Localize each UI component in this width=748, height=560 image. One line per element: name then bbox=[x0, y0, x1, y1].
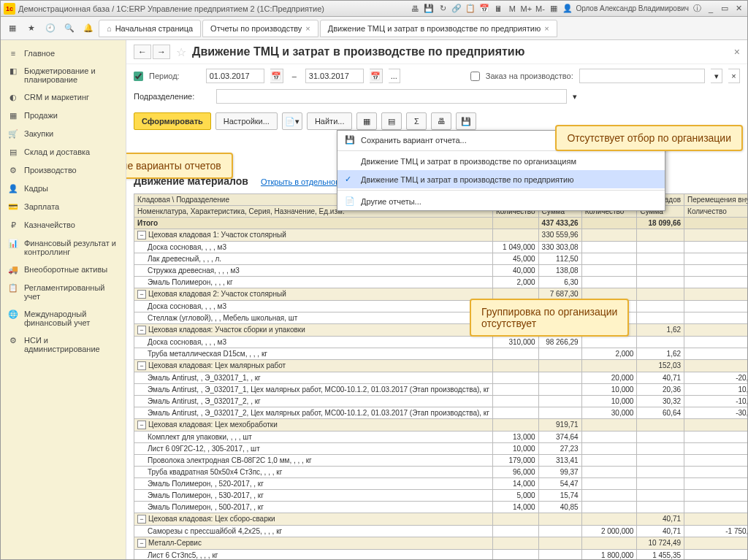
table-row[interactable]: Комплект для упаковки, , , , шт13,000374… bbox=[134, 431, 748, 442]
close-icon[interactable]: × bbox=[544, 24, 549, 33]
search-icon[interactable]: 🔍 bbox=[61, 20, 78, 37]
tree-toggle[interactable]: − bbox=[137, 421, 146, 429]
calendar-to-button[interactable]: 📅 bbox=[370, 69, 383, 83]
calc-icon[interactable]: 🖩 bbox=[492, 3, 504, 15]
sidebar-item-11[interactable]: 🚚Внеоборотные активы bbox=[1, 261, 126, 279]
grid-icon[interactable]: ▦ bbox=[548, 3, 560, 15]
sidebar-item-3[interactable]: ▦Продажи bbox=[1, 107, 126, 125]
subdivision-dropdown-button[interactable]: ▾ bbox=[573, 92, 577, 101]
tree-toggle[interactable]: − bbox=[137, 515, 146, 523]
table-row[interactable]: Эмаль Полимерон, , , , кг2,0006,30 bbox=[134, 276, 748, 288]
sidebar-item-9[interactable]: ₽Казначейство bbox=[1, 216, 126, 234]
table-row[interactable]: −Цеховая кладовая 1: Участок столярный33… bbox=[134, 229, 748, 241]
print-toolbar-icon[interactable]: 🖶 bbox=[431, 112, 451, 130]
toolbar-icon-1[interactable]: ▦ bbox=[356, 112, 377, 130]
apps-grid-icon[interactable]: ▦ bbox=[4, 20, 21, 37]
tree-toggle[interactable]: − bbox=[137, 290, 146, 299]
tab-home[interactable]: Начальная страница bbox=[99, 20, 201, 37]
info-icon[interactable]: ⓘ bbox=[691, 3, 703, 15]
table-row[interactable]: Лист 6 Ст3пс5, , , , кг1 800,0001 455,35 bbox=[134, 549, 748, 559]
period-checkbox[interactable] bbox=[134, 72, 143, 81]
tab-reports[interactable]: Отчеты по производству× bbox=[202, 20, 318, 37]
table-row[interactable]: −Металл-Сервис10 724,49 bbox=[134, 537, 748, 549]
sidebar-item-8[interactable]: 💳Зарплата bbox=[1, 198, 126, 216]
settings-button[interactable]: Настройки... bbox=[215, 112, 278, 130]
other-reports-item[interactable]: 📄Другие отчеты... bbox=[337, 192, 665, 210]
nav-back-button[interactable]: ← bbox=[134, 45, 151, 59]
table-row[interactable]: Эмаль Antirust, , Э_032017_1, , кг20,000… bbox=[134, 372, 748, 383]
sidebar-item-12[interactable]: 📋Регламентированный учет bbox=[1, 279, 126, 305]
subdivision-input[interactable] bbox=[216, 89, 567, 104]
table-row[interactable]: Лак древесный, , , , л.45,000112,50 bbox=[134, 253, 748, 264]
table-row[interactable]: Лист 6 09Г2С-12, , 305-2017, , шт10,0002… bbox=[134, 442, 748, 454]
close-icon[interactable]: × bbox=[305, 24, 310, 33]
maximize-icon[interactable]: ▭ bbox=[719, 3, 730, 15]
table-row[interactable]: Эмаль Полимерон, , 500-2017, , кг14,0004… bbox=[134, 501, 748, 513]
table-row[interactable]: Доска сосновая, , , , м31 049,000330 303… bbox=[134, 241, 748, 253]
table-row[interactable]: Эмаль Antirust, , Э_032017_2, Цех малярн… bbox=[134, 407, 748, 418]
nav-forward-button[interactable]: → bbox=[153, 45, 170, 59]
sidebar-item-10[interactable]: 📊Финансовый результат и контроллинг bbox=[1, 234, 126, 261]
table-row[interactable]: Доска сосновая, , , , м3310,00098 266,29 bbox=[134, 336, 748, 348]
table-row[interactable]: Эмаль Antirust, , Э_032017_1, Цех малярн… bbox=[134, 383, 748, 395]
table-row[interactable]: −Цеховая кладовая: Цех малярных работ152… bbox=[134, 359, 748, 372]
calendar-icon[interactable]: 📅 bbox=[478, 3, 490, 15]
toolbar-icon-2[interactable]: ▤ bbox=[381, 112, 402, 130]
order-checkbox[interactable] bbox=[470, 72, 480, 81]
table-row[interactable]: −Цеховая кладовая: Цех сборо-сварки40,71… bbox=[134, 513, 748, 525]
refresh-icon[interactable]: ↻ bbox=[437, 3, 449, 15]
table-row[interactable]: Итого437 433,2618 099,66 bbox=[134, 217, 748, 229]
table-row[interactable]: Проволока электродная СВ-08Г2С 1,0 мм, ,… bbox=[134, 454, 748, 466]
table-row[interactable]: −Цеховая кладовая: Участок сборки и упак… bbox=[134, 323, 748, 336]
link-icon[interactable]: 🔗 bbox=[451, 3, 462, 15]
table-row[interactable]: −Цеховая кладовая 2: Участок столярный7 … bbox=[134, 288, 748, 300]
table-row[interactable]: Эмаль Полимерон, , 530-2017, , кг5,00015… bbox=[134, 489, 748, 501]
favorites-icon[interactable]: ★ bbox=[23, 20, 40, 37]
user-name[interactable]: Орлов Александр Владимирович bbox=[576, 3, 689, 15]
table-row[interactable]: −Цеховая кладовая: Цех мехобработки919,7… bbox=[134, 418, 748, 431]
tree-toggle[interactable]: − bbox=[137, 539, 146, 548]
tree-toggle[interactable]: − bbox=[137, 361, 146, 370]
table-row[interactable]: Доска сосновая, , , , м31,000314,87 bbox=[134, 300, 748, 312]
variants-dropdown-button[interactable]: 📄▾ bbox=[282, 112, 302, 130]
sidebar-item-7[interactable]: 👤Кадры bbox=[1, 180, 126, 198]
period-clear-button[interactable]: ... bbox=[389, 69, 400, 83]
order-input[interactable] bbox=[579, 69, 705, 83]
clipboard-icon[interactable]: 📋 bbox=[465, 3, 476, 15]
m-minus-icon[interactable]: M- bbox=[534, 3, 546, 15]
tab-movement[interactable]: Движение ТМЦ и затрат в производстве по … bbox=[320, 20, 557, 37]
sidebar-item-13[interactable]: 🌐Международный финансовый учет bbox=[1, 305, 126, 331]
calendar-from-button[interactable]: 📅 bbox=[270, 69, 283, 83]
sidebar-item-2[interactable]: ◐CRM и маркетинг bbox=[1, 88, 126, 107]
sidebar-item-1[interactable]: ◧Бюджетирование и планирование bbox=[1, 62, 126, 88]
history-icon[interactable]: 🕘 bbox=[42, 20, 59, 37]
favorite-star-icon[interactable]: ☆ bbox=[176, 45, 186, 59]
user-icon[interactable]: 👤 bbox=[562, 3, 573, 15]
m-plus-icon[interactable]: M+ bbox=[520, 3, 532, 15]
tree-toggle[interactable]: − bbox=[137, 326, 146, 334]
save-toolbar-icon[interactable]: 💾 bbox=[456, 112, 476, 130]
m-icon[interactable]: M bbox=[506, 3, 518, 15]
date-from-input[interactable]: 01.03.2017 bbox=[206, 69, 264, 83]
sidebar-item-5[interactable]: ▤Склад и доставка bbox=[1, 143, 126, 161]
form-report-button[interactable]: Сформировать bbox=[134, 112, 211, 130]
sidebar-item-4[interactable]: 🛒Закупки bbox=[1, 125, 126, 143]
table-row[interactable]: Стеллаж (угловой), , , Мебель школьная, … bbox=[134, 312, 748, 323]
tree-toggle[interactable]: − bbox=[137, 231, 146, 239]
sum-icon[interactable]: Σ bbox=[406, 112, 427, 130]
table-row[interactable]: Стружка древесная, , , , м340,000138,08 bbox=[134, 264, 748, 276]
sidebar-item-6[interactable]: ⚙Производство bbox=[1, 161, 126, 180]
table-row[interactable]: Саморезы с прессшайбой 4,2х25, , , , кг2… bbox=[134, 525, 748, 537]
find-button[interactable]: Найти... bbox=[307, 112, 353, 130]
bell-icon[interactable]: 🔔 bbox=[80, 20, 97, 37]
date-to-input[interactable]: 31.03.2017 bbox=[305, 69, 364, 83]
table-row[interactable]: Труба металлическая D15см, , , , кг2,000… bbox=[134, 348, 748, 359]
sidebar-item-0[interactable]: ≡Главное bbox=[1, 45, 126, 62]
order-dropdown-button[interactable]: ▾ bbox=[711, 69, 722, 83]
close-icon[interactable]: ✕ bbox=[733, 3, 744, 15]
page-close-icon[interactable]: × bbox=[734, 46, 740, 58]
sidebar-item-14[interactable]: ⚙НСИ и администрирование bbox=[1, 331, 126, 358]
print-icon[interactable]: 🖶 bbox=[409, 3, 421, 15]
save-icon[interactable]: 💾 bbox=[423, 3, 435, 15]
table-row[interactable]: Труба квадратная 50х50х4 Ст3пс, , , , кг… bbox=[134, 466, 748, 477]
